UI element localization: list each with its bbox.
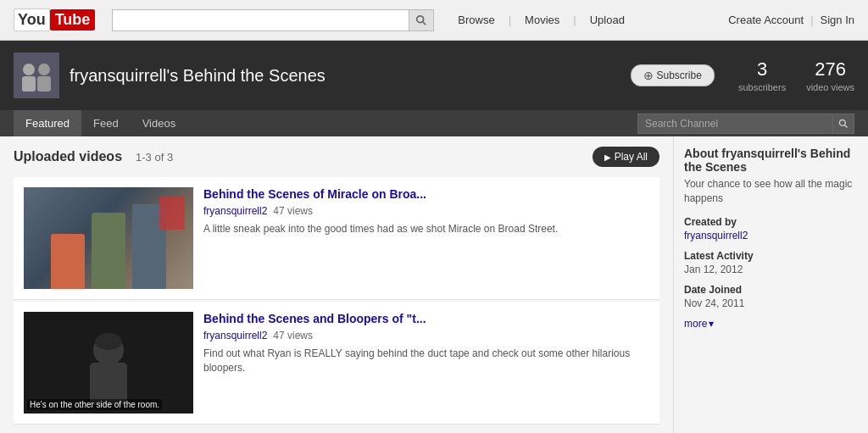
sidebar: About fryansquirrell's Behind the Scenes…	[673, 136, 868, 433]
uploaded-title: Uploaded videos	[14, 149, 122, 164]
video-title-2[interactable]: Behind the Scenes and Bloopers of "t...	[203, 312, 649, 325]
video-uploader-2[interactable]: fryansquirrell2	[203, 330, 267, 341]
about-description: Your chance to see how all the magic hap…	[684, 177, 858, 206]
created-by-section: Created by fryansquirrell2	[684, 216, 858, 241]
nav-sep-1: |	[509, 14, 511, 26]
uploaded-count: 1-3 of 3	[136, 151, 173, 164]
channel-avatar	[14, 53, 59, 98]
video-info-2: Behind the Scenes and Bloopers of "t... …	[203, 312, 649, 414]
play-all-label: Play All	[615, 151, 648, 163]
thumb-2-caption: He's on the other side of the room.	[27, 399, 162, 410]
video-info-1: Behind the Scenes of Miracle on Broa... …	[203, 187, 649, 289]
more-link[interactable]: more ▾	[684, 318, 858, 330]
thumb-2-svg	[24, 312, 193, 414]
play-triangle-icon: ▶	[604, 153, 611, 162]
nav-sep-2: |	[573, 14, 576, 26]
main-nav: Browse | Movies | Upload	[458, 14, 625, 26]
youtube-logo[interactable]: YouTube	[14, 8, 95, 31]
channel-name: fryansquirrell's Behind the Scenes	[70, 66, 620, 86]
nav-movies[interactable]: Movies	[525, 14, 559, 26]
svg-point-10	[38, 64, 50, 75]
svg-rect-9	[22, 76, 36, 92]
date-joined-value: Nov 24, 2011	[684, 297, 858, 309]
svg-line-6	[423, 21, 426, 25]
video-uploader-1[interactable]: fryansquirrell2	[203, 205, 267, 217]
channel-tabs: Featured Feed Videos	[0, 110, 868, 136]
subscribe-button[interactable]: ⊕ Subscribe	[631, 64, 715, 86]
channel-search	[637, 114, 854, 134]
channel-search-button[interactable]	[832, 114, 854, 134]
search-button[interactable]	[409, 9, 434, 31]
tab-featured[interactable]: Featured	[14, 110, 81, 136]
svg-point-17	[95, 333, 122, 350]
thumb-figure-1	[51, 234, 85, 289]
svg-point-5	[417, 15, 424, 22]
subscribers-count: 3	[738, 58, 786, 80]
video-thumbnail-1[interactable]	[24, 187, 193, 289]
video-desc-1: A little sneak peak into the good times …	[203, 222, 649, 236]
create-account-link[interactable]: Create Account	[728, 14, 804, 26]
logo-you: You	[14, 8, 50, 31]
search-bar	[112, 9, 434, 31]
tab-feed[interactable]: Feed	[81, 110, 131, 136]
date-joined-section: Date Joined Nov 24, 2011	[684, 284, 858, 309]
video-thumbnail-2[interactable]: He's on the other side of the room.	[24, 312, 193, 414]
latest-activity-value: Jan 12, 2012	[684, 264, 858, 275]
created-by-value[interactable]: fryansquirrell2	[684, 230, 858, 241]
video-card-2: He's on the other side of the room. Behi…	[14, 302, 659, 425]
content-area: Uploaded videos 1-3 of 3 ▶ Play All	[0, 136, 868, 433]
svg-line-13	[845, 125, 848, 127]
svg-rect-7	[14, 53, 59, 98]
video-desc-2: Find out what Ryan is REALLY saying behi…	[203, 347, 649, 375]
thumb-figure-2	[92, 213, 125, 289]
video-views-1: 47 views	[270, 205, 313, 217]
video-views-2: 47 views	[270, 330, 313, 341]
logo-tube: Tube	[50, 9, 96, 31]
channel-stats: 3 subscribers 276 video views	[738, 58, 854, 93]
nav-browse[interactable]: Browse	[458, 14, 494, 26]
subscribers-label: subscribers	[738, 82, 786, 92]
created-by-label: Created by	[684, 216, 858, 228]
nav-upload[interactable]: Upload	[590, 14, 625, 26]
more-label: more	[684, 318, 707, 330]
tab-videos[interactable]: Videos	[131, 110, 188, 136]
svg-point-8	[23, 64, 35, 75]
main-content: fryansquirrell's Behind the Scenes ⊕ Sub…	[0, 41, 868, 433]
video-card-1: Behind the Scenes of Miracle on Broa... …	[14, 177, 659, 300]
video-views-label: video views	[806, 82, 854, 92]
svg-rect-11	[37, 76, 51, 92]
subscribers-stat: 3 subscribers	[738, 58, 786, 93]
channel-banner: fryansquirrell's Behind the Scenes ⊕ Sub…	[0, 41, 868, 110]
latest-activity-label: Latest Activity	[684, 250, 858, 262]
plus-icon: ⊕	[643, 69, 654, 82]
channel-search-icon	[838, 119, 849, 129]
video-views-count: 276	[806, 58, 854, 80]
avatar-image	[14, 53, 59, 98]
search-icon	[415, 14, 427, 26]
svg-point-12	[840, 119, 846, 125]
sign-in-link[interactable]: Sign In	[821, 14, 854, 26]
header-auth: Create Account | Sign In	[728, 14, 854, 26]
auth-sep: |	[810, 14, 813, 26]
uploaded-header: Uploaded videos 1-3 of 3 ▶ Play All	[14, 147, 659, 167]
video-views-stat: 276 video views	[806, 58, 854, 93]
play-all-button[interactable]: ▶ Play All	[593, 147, 659, 167]
chevron-down-icon: ▾	[709, 318, 714, 330]
channel-search-input[interactable]	[637, 114, 832, 134]
subscribe-label: Subscribe	[657, 69, 702, 81]
search-input[interactable]	[112, 9, 409, 31]
thumb-store-sign	[159, 196, 185, 230]
about-title: About fryansquirrell's Behind the Scenes	[684, 147, 858, 174]
video-title-1[interactable]: Behind the Scenes of Miracle on Broa...	[203, 187, 649, 201]
header: YouTube Browse | Movies | Upload Create …	[0, 0, 868, 41]
video-section: Uploaded videos 1-3 of 3 ▶ Play All	[0, 136, 673, 433]
date-joined-label: Date Joined	[684, 284, 858, 296]
latest-activity-section: Latest Activity Jan 12, 2012	[684, 250, 858, 275]
